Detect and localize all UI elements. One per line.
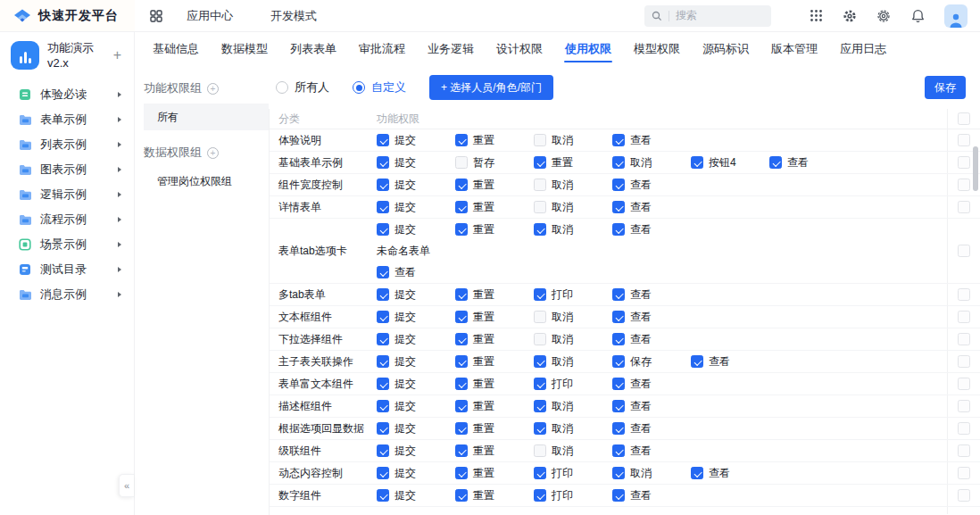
permission-checkbox[interactable] (612, 378, 625, 390)
permission-checkbox[interactable] (612, 156, 625, 169)
row-select-checkbox[interactable] (958, 288, 970, 301)
permission-checkbox[interactable] (534, 467, 546, 479)
sidebar-item-1[interactable]: 体验必读 (0, 82, 134, 107)
permission-checkbox[interactable] (377, 333, 389, 345)
permission-checkbox[interactable] (691, 156, 703, 169)
user-avatar[interactable] (944, 4, 968, 28)
add-data-group-icon[interactable]: + (207, 147, 219, 159)
permission-checkbox[interactable] (377, 489, 389, 502)
row-select-checkbox[interactable] (958, 400, 970, 412)
add-icon[interactable]: + (113, 48, 123, 62)
row-select-checkbox[interactable] (958, 134, 970, 146)
permission-checkbox[interactable] (377, 355, 389, 368)
permission-checkbox[interactable] (455, 179, 468, 191)
permission-checkbox[interactable] (534, 134, 546, 146)
permission-checkbox[interactable] (455, 355, 468, 368)
tab-8[interactable]: 模型权限 (633, 31, 681, 67)
permission-checkbox[interactable] (455, 422, 468, 435)
gear-solid-icon[interactable] (843, 9, 857, 23)
permission-checkbox[interactable] (534, 179, 546, 191)
permission-checkbox[interactable] (377, 266, 389, 278)
row-select-checkbox[interactable] (958, 245, 970, 257)
permission-checkbox[interactable] (612, 355, 625, 368)
row-select-checkbox[interactable] (958, 378, 970, 390)
permission-checkbox[interactable] (534, 422, 546, 435)
permission-checkbox[interactable] (455, 444, 468, 457)
gear-outline-icon[interactable] (876, 9, 891, 23)
permission-checkbox[interactable] (377, 378, 389, 390)
permission-checkbox[interactable] (612, 489, 625, 502)
row-select-checkbox[interactable] (958, 179, 970, 191)
search-input[interactable]: 搜索 (644, 5, 771, 27)
permission-checkbox[interactable] (455, 201, 468, 213)
select-all-checkbox[interactable] (958, 112, 970, 125)
tab-2[interactable]: 数据模型 (220, 31, 269, 67)
tab-10[interactable]: 版本管理 (770, 31, 818, 67)
sidebar-item-2[interactable]: 表单示例 (0, 107, 134, 132)
permission-checkbox[interactable] (455, 311, 468, 323)
sidebar-item-7[interactable]: 场景示例 (0, 232, 134, 257)
row-select-checkbox[interactable] (958, 201, 970, 213)
workspace-grid-icon[interactable] (149, 9, 163, 23)
tab-9[interactable]: 源码标识 (702, 31, 750, 67)
permission-checkbox[interactable] (534, 400, 546, 412)
permission-checkbox[interactable] (769, 156, 782, 169)
sidebar-item-6[interactable]: 流程示例 (0, 207, 134, 232)
tab-4[interactable]: 审批流程 (358, 31, 406, 67)
sidebar-item-9[interactable]: 消息示例 (0, 282, 134, 307)
permission-checkbox[interactable] (534, 223, 546, 236)
permission-checkbox[interactable] (455, 134, 468, 146)
permission-checkbox[interactable] (534, 311, 546, 323)
sidebar-collapse-button[interactable]: « (119, 474, 134, 497)
permission-checkbox[interactable] (455, 378, 468, 390)
nav-dev-mode[interactable]: 开发模式 (270, 8, 317, 24)
vertical-scrollbar[interactable] (973, 146, 978, 191)
permission-checkbox[interactable] (534, 201, 546, 213)
row-select-checkbox[interactable] (958, 444, 970, 457)
tab-5[interactable]: 业务逻辑 (427, 31, 475, 67)
permission-checkbox[interactable] (612, 201, 625, 213)
group-item-all[interactable]: 所有 (144, 104, 269, 130)
apps-grid-icon[interactable] (809, 9, 823, 23)
permission-checkbox[interactable] (377, 422, 389, 435)
permission-checkbox[interactable] (612, 333, 625, 345)
sidebar-item-4[interactable]: 图表示例 (0, 157, 134, 182)
row-select-checkbox[interactable] (958, 467, 970, 479)
sidebar-item-3[interactable]: 列表示例 (0, 132, 134, 157)
permission-checkbox[interactable] (377, 400, 389, 412)
permission-checkbox[interactable] (612, 400, 625, 412)
radio-custom[interactable]: 自定义 (353, 79, 406, 96)
permission-checkbox[interactable] (455, 333, 468, 345)
permission-checkbox[interactable] (612, 179, 625, 191)
permission-checkbox[interactable] (377, 288, 389, 301)
permission-checkbox[interactable] (455, 156, 468, 169)
tab-7[interactable]: 使用权限 (564, 31, 612, 67)
tab-11[interactable]: 应用日志 (839, 31, 887, 67)
permission-checkbox[interactable] (612, 311, 625, 323)
sidebar-item-8[interactable]: 测试目录 (0, 257, 134, 282)
row-select-checkbox[interactable] (958, 422, 970, 435)
bell-icon[interactable] (910, 9, 925, 23)
permission-checkbox[interactable] (691, 355, 703, 368)
row-select-checkbox[interactable] (958, 333, 970, 345)
permission-checkbox[interactable] (612, 444, 625, 457)
select-members-button[interactable]: + 选择人员/角色/部门 (429, 75, 553, 100)
row-select-checkbox[interactable] (958, 355, 970, 368)
permission-checkbox[interactable] (455, 288, 468, 301)
sidebar-item-5[interactable]: 逻辑示例 (0, 182, 134, 207)
group-item-manage-post[interactable]: 管理岗位权限组 (144, 168, 269, 195)
permission-checkbox[interactable] (377, 223, 389, 236)
permission-checkbox[interactable] (612, 422, 625, 435)
permission-checkbox[interactable] (534, 333, 546, 345)
permission-checkbox[interactable] (612, 134, 625, 146)
permission-checkbox[interactable] (377, 201, 389, 213)
permission-checkbox[interactable] (377, 179, 389, 191)
permission-checkbox[interactable] (534, 489, 546, 502)
permission-checkbox[interactable] (455, 223, 468, 236)
permission-checkbox[interactable] (455, 489, 468, 502)
radio-everyone[interactable]: 所有人 (276, 79, 329, 96)
tab-6[interactable]: 设计权限 (495, 31, 544, 67)
permission-checkbox[interactable] (377, 444, 389, 457)
row-select-checkbox[interactable] (958, 156, 970, 169)
permission-checkbox[interactable] (455, 400, 468, 412)
